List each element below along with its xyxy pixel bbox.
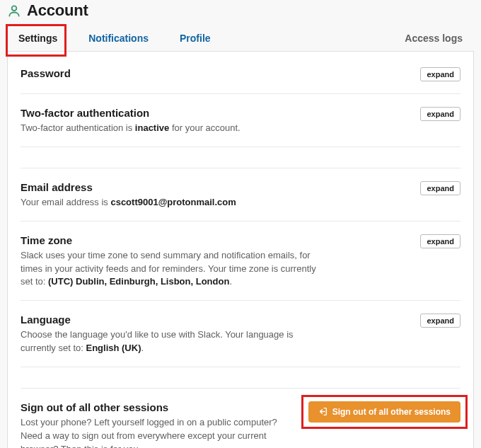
two-factor-title: Two-factor authentication (21, 107, 240, 119)
section-timezone: Time zone Slack uses your time zone to s… (21, 222, 460, 301)
person-icon (7, 4, 21, 18)
sign-out-all-title: Sign out of all other sessions (21, 401, 296, 413)
email-description: Your email address is cscott9001@protonm… (21, 196, 236, 209)
section-sign-out-all: Sign out of all other sessions Lost your… (21, 389, 460, 448)
password-title: Password (21, 67, 71, 79)
tab-settings[interactable]: Settings (7, 25, 69, 51)
spacer (21, 147, 460, 168)
tab-notifications[interactable]: Notifications (77, 25, 160, 51)
tab-access-logs[interactable]: Access logs (393, 25, 474, 51)
two-factor-description: Two-factor authentication is inactive fo… (21, 122, 240, 135)
page-title-bar: Account (0, 0, 481, 25)
expand-email-button[interactable]: expand (420, 181, 460, 195)
spacer (21, 367, 460, 389)
timezone-description: Slack uses your time zone to send summar… (21, 249, 325, 289)
sign-out-all-description: Lost your phone? Left yourself logged in… (21, 416, 296, 448)
language-title: Language (21, 314, 325, 326)
expand-password-button[interactable]: expand (420, 67, 460, 81)
section-two-factor: Two-factor authentication Two-factor aut… (21, 94, 460, 147)
tab-profile[interactable]: Profile (168, 25, 222, 51)
language-description: Choose the language you'd like to use wi… (21, 328, 325, 355)
svg-point-0 (12, 6, 17, 11)
expand-language-button[interactable]: expand (420, 314, 460, 328)
expand-two-factor-button[interactable]: expand (420, 107, 460, 121)
sign-out-all-sessions-label: Sign out of all other sessions (332, 407, 451, 417)
page-title: Account (27, 1, 88, 20)
timezone-title: Time zone (21, 234, 325, 246)
sign-out-icon (318, 407, 328, 416)
section-password: Password expand (21, 54, 460, 94)
settings-panel: Password expand Two-factor authenticatio… (7, 51, 474, 448)
expand-timezone-button[interactable]: expand (420, 234, 460, 248)
section-language: Language Choose the language you'd like … (21, 301, 460, 367)
email-title: Email address (21, 181, 236, 193)
tabs: Settings Notifications Profile Access lo… (0, 25, 481, 51)
section-email: Email address Your email address is csco… (21, 168, 460, 222)
sign-out-all-sessions-button[interactable]: Sign out of all other sessions (308, 401, 460, 423)
